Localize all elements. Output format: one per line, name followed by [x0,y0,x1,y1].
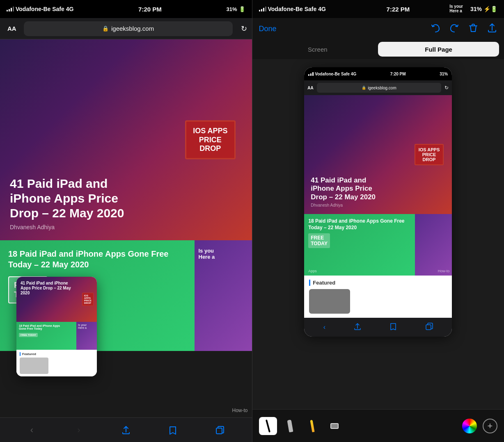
right-carrier-info: Vodafone-Be Safe 4G [259,6,326,12]
phone-time: 7:20 PM [390,72,406,76]
refresh-button[interactable]: ↻ [241,24,247,33]
right-carrier-label: Vodafone-Be Safe 4G [268,6,326,12]
phone-featured-label: Featured [309,280,447,286]
phone-carrier-label: Vodafone-Be Safe 4G [315,72,356,76]
right-panel: Vodafone-Be Safe 4G 7:22 PM 31% ⚡🔋 Done [252,0,504,442]
forward-button[interactable]: › [70,421,88,439]
preview-featured: Featured [16,350,97,376]
phone-bookmarks [389,323,397,332]
redo-button[interactable] [449,23,460,35]
p-bar1 [308,74,309,76]
share-button[interactable] [117,421,135,439]
bar1 [7,10,8,11]
phone-img-1 [309,289,350,314]
preview-grid: 18 Paid iPad and iPhone AppsGone Free To… [16,322,97,350]
phone-lock-icon: 🔒 [362,86,366,90]
phone-back: ‹ [323,324,325,331]
phone-signal [308,72,314,76]
marker-icon [287,419,293,432]
right-battery-icon: ⚡🔋 [483,6,497,12]
eraser-tool-button[interactable] [325,417,344,435]
preview-image [20,358,48,374]
left-panel: Vodafone-Be Safe 4G 7:20 PM 31% 🔋 AA 🔒 i… [0,0,252,442]
phone-address: 🔒 igeeksblog.com [317,83,442,93]
left-battery-label: 31% [226,6,237,12]
phone-grid-green: 18 Paid iPad and iPhone Apps Gone Free T… [304,214,415,276]
phone-ios-badge: iOS APPSPRICEDROP [415,144,444,165]
segment-control: Screen Full Page [252,39,504,59]
add-icon: + [488,421,493,431]
phone-image-row [309,289,447,314]
bookmarks-button[interactable] [164,421,182,439]
undo-button[interactable] [430,23,441,35]
left-carrier-info: Vodafone-Be Safe 4G [7,6,73,12]
screen-tab[interactable]: Screen [257,42,378,57]
address-bar[interactable]: 🔒 igeeksblog.com [24,21,233,36]
phone-refresh: ↻ [444,85,449,91]
preview-is-your: Is yourHere a [76,322,97,331]
preview-purple: Is yourHere a [76,322,97,350]
p-bar2 [310,73,312,76]
left-time: 7:20 PM [138,6,162,13]
share-button-right[interactable] [487,23,497,35]
phone-grid-purple: Is yourHere a How-to [415,214,452,276]
lock-icon: 🔒 [102,25,109,32]
right-bottom-toolbar: + [252,409,504,442]
right-status-bar: Vodafone-Be Safe 4G 7:22 PM 31% ⚡🔋 [252,0,504,18]
pen-tool-button[interactable] [259,417,277,435]
left-browser-bar: AA 🔒 igeeksblog.com ↻ [0,18,252,39]
p-bar3 [312,72,314,76]
delete-button[interactable] [468,23,479,35]
full-page-tab[interactable]: Full Page [378,42,499,57]
right-signal-bars [259,7,266,11]
preview-hero: 41 Paid iPad and iPhoneApps Price Drop –… [16,277,97,322]
phone-carrier: Vodafone-Be Safe 4G [308,72,356,76]
left-status-bar: Vodafone-Be Safe 4G 7:20 PM 31% 🔋 [0,0,252,18]
pencil-icon [310,419,314,432]
color-wheel-button[interactable] [460,417,479,435]
preview-green-title: 18 Paid iPad and iPhone AppsGone Free To… [19,324,74,330]
phone-tabs [426,323,433,332]
preview-free-today: FREE TODAY [19,333,38,337]
howto-right: How-to [232,408,247,413]
phone-browser-bar: AA 🔒 igeeksblog.com ↻ [304,80,452,95]
right-battery-label: 31% [470,6,482,12]
color-wheel-icon [462,419,477,433]
phone-grid-green-title: 18 Paid iPad and iPhone Apps Gone Free T… [308,218,411,231]
svg-rect-2 [426,325,431,330]
phone-featured-section: Featured [304,276,452,318]
phone-bottom-nav: ‹ [304,318,452,337]
eraser-icon [330,423,339,429]
phone-url: igeeksblog.com [368,86,396,90]
phone-hero-title: 41 Paid iPad and iPhone Apps Price Drop … [311,176,385,201]
aa-button[interactable]: AA [5,23,19,34]
ios-apps-badge: iOS APPSPRICEDROP [185,121,235,159]
right-battery: 31% ⚡🔋 [470,6,497,12]
r-bar2 [261,9,262,11]
battery-icon: 🔋 [239,6,245,12]
tabs-button[interactable] [211,421,229,439]
bar2 [9,9,10,11]
preview-inner: 41 Paid iPad and iPhoneApps Price Drop –… [16,277,97,376]
preview-green: 18 Paid iPad and iPhone AppsGone Free To… [16,322,76,350]
pencil-tool-button[interactable] [303,417,321,435]
left-bottom-bar: ‹ › [0,417,252,442]
url-text: igeeksblog.com [111,25,154,32]
grid-cell-purple: Is youHere a How-to [195,240,252,351]
phone-hero: 41 Paid iPad and iPhone Apps Price Drop … [304,95,452,214]
screenshot-preview-card[interactable]: 41 Paid iPad and iPhoneApps Price Drop –… [16,277,97,376]
add-tool-button[interactable]: + [483,419,497,433]
marker-tool-button[interactable] [281,417,299,435]
signal-bars [7,7,14,11]
preview-ios-badge: iOSAPPSPRICEDROP [82,293,94,306]
purple-text: Is youHere a [199,244,248,260]
r-bar4 [265,7,266,11]
bar3 [11,8,12,11]
right-top-bar: Done [252,18,504,39]
back-button[interactable]: ‹ [23,421,41,439]
hero-author: Dhvanesh Adhiya [10,224,242,230]
phone-hero-author: Dhvanesh Adhiya [311,203,445,207]
left-battery: 31% 🔋 [226,6,245,12]
done-button[interactable]: Done [259,25,277,33]
pen-icon [265,419,270,433]
